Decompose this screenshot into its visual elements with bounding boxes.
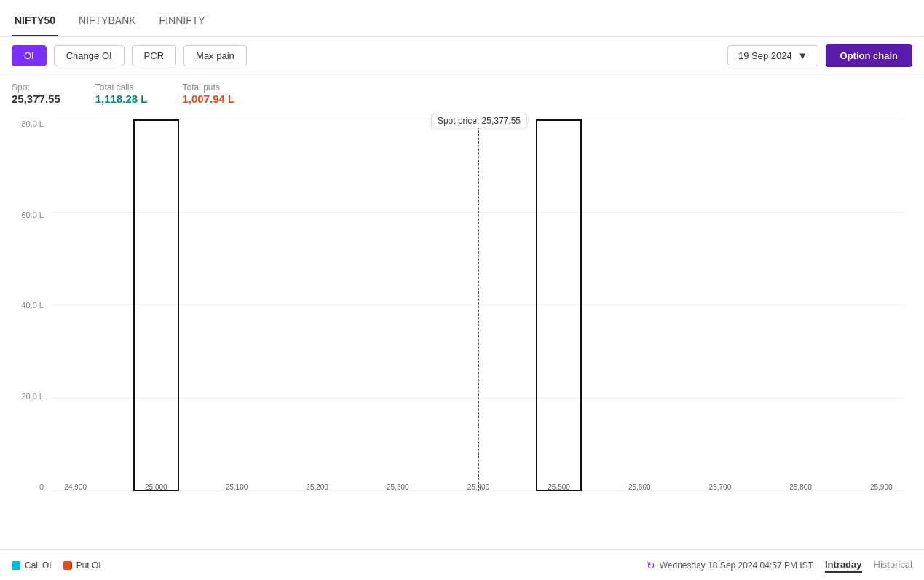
chart-area: 24,90025,00025,10025,20025,30025,40025,5… — [52, 119, 905, 491]
spot-value: 25,377.55 — [12, 93, 60, 105]
strike-group-25,100: 25,100 — [216, 480, 256, 491]
call-oi-legend: Call OI — [12, 560, 52, 571]
y-label-60: 60.0 L — [12, 211, 48, 219]
strike-group-7 — [337, 488, 377, 491]
total-puts-value: 1,007.94 L — [182, 93, 234, 105]
timestamp: ↻ Wednesday 18 Sep 2024 04:57 PM IST — [647, 560, 813, 571]
y-axis: 0 20.0 L 40.0 L 60.0 L 80.0 L — [12, 119, 48, 491]
y-label-40: 40.0 L — [12, 301, 48, 310]
strike-group-25,900: 25,900 — [861, 480, 901, 491]
strike-group-15 — [660, 488, 700, 491]
spot-stat: Spot 25,377.55 — [12, 82, 60, 105]
tab-finnifty[interactable]: FINNIFTY — [157, 9, 208, 36]
strike-group-25,000: 25,000 — [136, 480, 176, 491]
strike-group-11 — [499, 488, 539, 491]
chart-wrapper: 0 20.0 L 40.0 L 60.0 L 80.0 L 24,90025,0… — [0, 112, 924, 520]
strike-group-25,500: 25,500 — [539, 480, 579, 491]
nav-tabs: NIFTY50 NIFTYBANK FINNIFTY — [0, 0, 924, 37]
y-label-0: 0 — [12, 482, 48, 491]
strike-label: 24,900 — [64, 483, 87, 491]
y-label-20: 20.0 L — [12, 392, 48, 401]
chart-container: 0 20.0 L 40.0 L 60.0 L 80.0 L 24,90025,0… — [12, 119, 912, 520]
tab-nifty50[interactable]: NIFTY50 — [12, 9, 58, 36]
date-value: 19 Sep 2024 — [738, 50, 792, 61]
strike-label: 25,300 — [387, 483, 409, 491]
legend: Call OI Put OI — [12, 560, 101, 571]
spot-label: Spot — [12, 82, 60, 93]
strike-label: 25,800 — [789, 483, 812, 491]
strike-label: 25,100 — [226, 483, 248, 491]
refresh-icon[interactable]: ↻ — [647, 560, 655, 571]
intraday-btn[interactable]: Intraday — [825, 557, 862, 573]
y-label-80: 80.0 L — [12, 119, 48, 128]
strike-label: 25,900 — [870, 483, 893, 491]
view-toggle: Intraday Historical — [825, 557, 912, 573]
option-chain-button[interactable]: Option chain — [826, 44, 912, 67]
put-oi-legend: Put OI — [63, 560, 101, 571]
call-oi-dot — [12, 561, 20, 570]
toolbar: OI Change OI PCR Max pain 19 Sep 2024 ▼ … — [0, 37, 924, 75]
stats-row: Spot 25,377.55 Total calls 1,118.28 L To… — [0, 75, 924, 112]
total-calls-stat: Total calls 1,118.28 L — [95, 82, 148, 105]
strike-group-25,800: 25,800 — [781, 480, 821, 491]
spot-price-tooltip: Spot price: 25,377.55 — [431, 114, 527, 128]
strike-group-25,700: 25,700 — [700, 480, 740, 491]
strike-group-25,200: 25,200 — [297, 480, 337, 491]
strike-group-17 — [741, 488, 781, 491]
put-oi-label: Put OI — [76, 560, 101, 571]
total-puts-label: Total puts — [182, 82, 234, 93]
strike-label: 25,700 — [709, 483, 732, 491]
strike-label: 25,500 — [548, 483, 570, 491]
strike-group-5 — [257, 488, 297, 491]
btn-oi[interactable]: OI — [12, 45, 47, 66]
spot-price-line: Spot price: 25,377.55 — [478, 119, 479, 491]
strike-group-9 — [418, 488, 458, 491]
strike-group-25,600: 25,600 — [620, 480, 660, 491]
strike-group-25,300: 25,300 — [378, 480, 418, 491]
call-oi-label: Call OI — [25, 560, 52, 571]
btn-max-pain[interactable]: Max pain — [183, 45, 247, 66]
put-oi-dot — [63, 561, 72, 570]
total-calls-value: 1,118.28 L — [95, 93, 148, 105]
date-picker[interactable]: 19 Sep 2024 ▼ — [727, 45, 818, 66]
total-puts-stat: Total puts 1,007.94 L — [182, 82, 234, 105]
strike-label: 25,600 — [628, 483, 651, 491]
historical-btn[interactable]: Historical — [874, 557, 912, 573]
btn-pcr[interactable]: PCR — [132, 45, 176, 66]
tab-niftybank[interactable]: NIFTYBANK — [76, 9, 139, 36]
strike-group-13 — [579, 488, 619, 491]
bottom-bar: Call OI Put OI ↻ Wednesday 18 Sep 2024 0… — [0, 549, 924, 580]
strike-label: 25,200 — [306, 483, 328, 491]
strike-group-3 — [176, 488, 216, 491]
bottom-right: ↻ Wednesday 18 Sep 2024 04:57 PM IST Int… — [647, 557, 912, 573]
toolbar-right: 19 Sep 2024 ▼ Option chain — [727, 44, 912, 67]
btn-change-oi[interactable]: Change OI — [54, 45, 125, 66]
strike-group-1 — [95, 488, 135, 491]
total-calls-label: Total calls — [95, 82, 148, 93]
strike-group-19 — [821, 488, 861, 491]
chevron-down-icon: ▼ — [798, 50, 807, 61]
timestamp-text: Wednesday 18 Sep 2024 04:57 PM IST — [660, 560, 813, 571]
strike-group-24,900: 24,900 — [55, 480, 95, 491]
strike-label: 25,000 — [145, 483, 167, 491]
